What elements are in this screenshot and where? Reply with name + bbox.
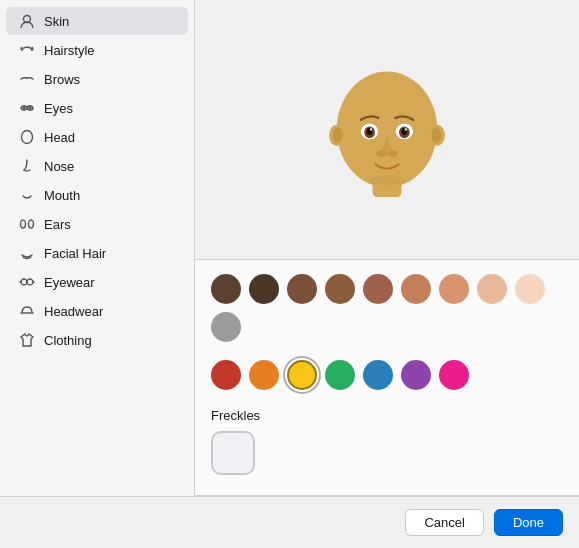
color-swatch-color-row2-5[interactable] — [401, 360, 431, 390]
avatar-preview — [322, 60, 452, 200]
color-swatch-color-row2-2[interactable] — [287, 360, 317, 390]
color-swatch-color-row1-7[interactable] — [477, 274, 507, 304]
mouth-icon — [18, 186, 36, 204]
color-swatch-color-row2-1[interactable] — [249, 360, 279, 390]
color-swatch-color-row1-5[interactable] — [401, 274, 431, 304]
svg-point-14 — [431, 127, 441, 142]
sidebar-item-nose[interactable]: Nose — [6, 152, 188, 180]
headwear-icon — [18, 302, 36, 320]
svg-point-6 — [21, 220, 26, 228]
svg-point-5 — [22, 131, 33, 144]
sidebar-item-label-ears: Ears — [44, 217, 71, 232]
color-swatch-color-row1-8[interactable] — [515, 274, 545, 304]
svg-point-24 — [376, 150, 386, 157]
sidebar-item-facial-hair[interactable]: Facial Hair — [6, 239, 188, 267]
sidebar-item-label-hairstyle: Hairstyle — [44, 43, 95, 58]
svg-point-10 — [337, 71, 437, 187]
options-area: Freckles — [195, 260, 579, 496]
eyewear-icon — [18, 273, 36, 291]
sidebar-item-hairstyle[interactable]: Hairstyle — [6, 36, 188, 64]
svg-point-25 — [388, 150, 398, 157]
head-icon — [18, 128, 36, 146]
sidebar-item-label-mouth: Mouth — [44, 188, 80, 203]
color-grid-row1 — [211, 274, 563, 342]
color-swatch-color-row1-1[interactable] — [249, 274, 279, 304]
svg-point-8 — [21, 279, 27, 285]
svg-point-4 — [29, 107, 31, 109]
sidebar-item-eyes[interactable]: Eyes — [6, 94, 188, 122]
svg-point-9 — [27, 279, 33, 285]
done-button[interactable]: Done — [494, 509, 563, 536]
preview-area — [195, 0, 579, 260]
sidebar-item-label-eyewear: Eyewear — [44, 275, 95, 290]
color-swatch-color-row2-3[interactable] — [325, 360, 355, 390]
skin-icon — [18, 12, 36, 30]
sidebar-item-label-clothing: Clothing — [44, 333, 92, 348]
sidebar-item-ears[interactable]: Ears — [6, 210, 188, 238]
color-swatch-color-row2-4[interactable] — [363, 360, 393, 390]
main-container: SkinHairstyleBrowsEyesHeadNoseMouthEarsF… — [0, 0, 579, 496]
svg-point-22 — [370, 128, 372, 130]
sidebar-item-label-facial-hair: Facial Hair — [44, 246, 106, 261]
color-swatch-color-row2-6[interactable] — [439, 360, 469, 390]
sidebar-item-clothing[interactable]: Clothing — [6, 326, 188, 354]
sidebar-item-headwear[interactable]: Headwear — [6, 297, 188, 325]
sidebar-item-label-headwear: Headwear — [44, 304, 103, 319]
sidebar-item-brows[interactable]: Brows — [6, 65, 188, 93]
color-grid-row2 — [211, 360, 563, 390]
sidebar-item-label-skin: Skin — [44, 14, 69, 29]
cancel-button[interactable]: Cancel — [405, 509, 483, 536]
color-swatch-color-row1-2[interactable] — [287, 274, 317, 304]
ears-icon — [18, 215, 36, 233]
color-swatch-color-row1-9[interactable] — [211, 312, 241, 342]
nose-icon — [18, 157, 36, 175]
svg-point-3 — [23, 107, 25, 109]
svg-point-26 — [368, 175, 407, 185]
freckles-section: Freckles — [211, 408, 563, 475]
color-swatch-color-row2-0[interactable] — [211, 360, 241, 390]
freckles-label: Freckles — [211, 408, 563, 423]
eyes-icon — [18, 99, 36, 117]
sidebar-item-eyewear[interactable]: Eyewear — [6, 268, 188, 296]
color-swatch-color-row1-3[interactable] — [325, 274, 355, 304]
sidebar-item-head[interactable]: Head — [6, 123, 188, 151]
svg-point-7 — [29, 220, 34, 228]
sidebar-item-skin[interactable]: Skin — [6, 7, 188, 35]
sidebar-item-label-eyes: Eyes — [44, 101, 73, 116]
sidebar-item-label-nose: Nose — [44, 159, 74, 174]
sidebar-item-label-head: Head — [44, 130, 75, 145]
sidebar: SkinHairstyleBrowsEyesHeadNoseMouthEarsF… — [0, 0, 195, 496]
right-panel: Freckles — [195, 0, 579, 496]
hairstyle-icon — [18, 41, 36, 59]
footer: Cancel Done — [0, 496, 579, 548]
color-swatch-color-row1-4[interactable] — [363, 274, 393, 304]
sidebar-item-label-brows: Brows — [44, 72, 80, 87]
freckles-toggle[interactable] — [211, 431, 255, 475]
sidebar-item-mouth[interactable]: Mouth — [6, 181, 188, 209]
brows-icon — [18, 70, 36, 88]
facial-hair-icon — [18, 244, 36, 262]
color-swatch-color-row1-6[interactable] — [439, 274, 469, 304]
color-swatch-color-row1-0[interactable] — [211, 274, 241, 304]
clothing-icon — [18, 331, 36, 349]
svg-point-23 — [405, 128, 407, 130]
svg-point-12 — [333, 127, 343, 142]
